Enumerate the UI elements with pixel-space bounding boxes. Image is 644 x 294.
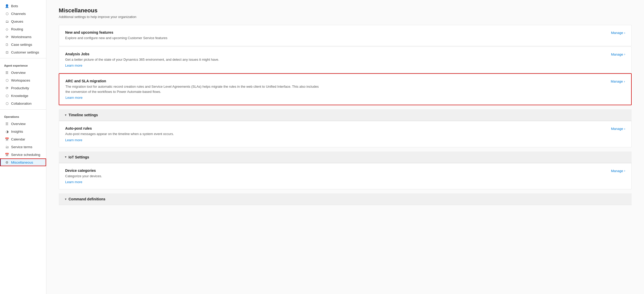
arc-sla-migration-card: ARC and SLA migration The migration tool… — [59, 73, 632, 105]
iot-settings-section: ▾ IoT Settings Device categories Categor… — [59, 152, 632, 190]
command-definitions-collapse-header[interactable]: ▾ Command definitions — [59, 193, 632, 205]
device-categories-desc: Categorize your devices. — [65, 174, 323, 179]
analysis-jobs-row: Analysis Jobs Get a better picture of th… — [59, 47, 631, 73]
command-definitions-chevron-icon: ▾ — [65, 198, 66, 201]
sidebar-item-miscellaneous[interactable]: ⚙ Miscellaneous — [0, 158, 46, 166]
agent-experience-header: Agent experience — [0, 60, 46, 69]
manage-chevron-icon: › — [624, 31, 625, 35]
miscellaneous-icon: ⚙ — [5, 160, 9, 164]
timeline-settings-chevron-icon: ▾ — [65, 113, 66, 117]
arc-sla-migration-title: ARC and SLA migration — [65, 79, 605, 83]
device-categories-row: Device categories Categorize your device… — [59, 163, 631, 189]
new-upcoming-features-row: New and upcoming features Explore and co… — [59, 25, 631, 46]
ops-overview-icon: ☰ — [5, 122, 9, 126]
auto-post-rules-manage-button[interactable]: Manage › — [611, 127, 625, 131]
page-title: Miscellaneous — [59, 7, 632, 14]
queues-icon: 🗂 — [5, 19, 9, 23]
auto-post-rules-desc: Auto-post messages appear on the timelin… — [65, 131, 323, 137]
channels-icon: ⬡ — [5, 12, 9, 16]
arc-sla-migration-desc: The migration tool for automatic record … — [65, 84, 323, 94]
sidebar-item-workspaces[interactable]: ⬡ Workspaces — [0, 76, 46, 84]
productivity-icon: ⟳ — [5, 86, 9, 90]
sidebar-item-insights[interactable]: ◑ Insights — [0, 128, 46, 135]
timeline-settings-collapse-header[interactable]: ▾ Timeline settings — [59, 109, 632, 121]
timeline-settings-content: Auto-post rules Auto-post messages appea… — [59, 121, 632, 147]
routing-icon: ◇ — [5, 27, 9, 31]
sidebar-item-channels[interactable]: ⬡ Channels — [0, 10, 46, 17]
analysis-jobs-desc: Get a better picture of the state of you… — [65, 57, 323, 62]
manage-chevron-icon-3: › — [624, 80, 625, 83]
sidebar-item-workstreams[interactable]: ⟳ Workstreams — [0, 33, 46, 41]
new-upcoming-features-content: New and upcoming features Explore and co… — [65, 30, 605, 41]
arc-sla-migration-manage-button[interactable]: Manage › — [611, 79, 625, 83]
analysis-jobs-manage-button[interactable]: Manage › — [611, 52, 625, 56]
customer-settings-icon: ⊡ — [5, 50, 9, 54]
workstreams-icon: ⟳ — [5, 35, 9, 39]
sidebar-item-agent-overview[interactable]: ☰ Overview — [0, 69, 46, 76]
iot-settings-chevron-icon: ▾ — [65, 155, 66, 159]
operations-header: Operations — [0, 112, 46, 120]
sidebar-item-queues[interactable]: 🗂 Queues — [0, 17, 46, 25]
auto-post-rules-learn-more[interactable]: Learn more — [65, 138, 82, 142]
analysis-jobs-content: Analysis Jobs Get a better picture of th… — [65, 52, 605, 68]
main-content: Miscellaneous Additional settings to hel… — [46, 0, 644, 294]
calendar-icon: 📅 — [5, 137, 9, 141]
manage-chevron-icon-4: › — [624, 127, 625, 131]
iot-settings-label: IoT Settings — [69, 155, 89, 159]
sidebar-item-case-settings[interactable]: 🗋 Case settings — [0, 41, 46, 48]
sidebar-item-bots[interactable]: 👤 Bots — [0, 2, 46, 10]
command-definitions-section: ▾ Command definitions — [59, 193, 632, 205]
collaboration-icon: ⬡ — [5, 101, 9, 105]
iot-settings-content: Device categories Categorize your device… — [59, 163, 632, 190]
sidebar-item-calendar[interactable]: 📅 Calendar — [0, 135, 46, 143]
sidebar: 👤 Bots ⬡ Channels 🗂 Queues ◇ Routing ⟳ W… — [0, 0, 46, 294]
sidebar-item-service-scheduling[interactable]: 📅 Service scheduling — [0, 151, 46, 158]
device-categories-learn-more[interactable]: Learn more — [65, 180, 82, 184]
bots-icon: 👤 — [5, 4, 9, 8]
device-categories-content: Device categories Categorize your device… — [65, 168, 605, 184]
knowledge-icon: ⬡ — [5, 94, 9, 98]
new-upcoming-features-title: New and upcoming features — [65, 30, 605, 34]
case-settings-icon: 🗋 — [5, 42, 9, 47]
insights-icon: ◑ — [5, 129, 9, 133]
auto-post-rules-content: Auto-post rules Auto-post messages appea… — [65, 126, 605, 142]
new-upcoming-features-desc: Explore and configure new and upcoming C… — [65, 35, 323, 41]
arc-sla-migration-learn-more[interactable]: Learn more — [65, 96, 82, 100]
new-upcoming-features-card: New and upcoming features Explore and co… — [59, 25, 632, 46]
sidebar-item-routing[interactable]: ◇ Routing — [0, 25, 46, 33]
analysis-jobs-learn-more[interactable]: Learn more — [65, 64, 82, 67]
page-subtitle: Additional settings to help improve your… — [59, 15, 632, 19]
timeline-settings-label: Timeline settings — [69, 113, 98, 117]
workspaces-icon: ⬡ — [5, 78, 9, 82]
device-categories-title: Device categories — [65, 168, 605, 173]
new-upcoming-features-manage-button[interactable]: Manage › — [611, 31, 625, 35]
sidebar-item-ops-overview[interactable]: ☰ Overview — [0, 120, 46, 128]
agent-overview-icon: ☰ — [5, 70, 9, 75]
sidebar-item-knowledge[interactable]: ⬡ Knowledge — [0, 92, 46, 100]
auto-post-rules-row: Auto-post rules Auto-post messages appea… — [59, 121, 631, 147]
analysis-jobs-card: Analysis Jobs Get a better picture of th… — [59, 47, 632, 73]
service-scheduling-icon: 📅 — [5, 153, 9, 157]
sidebar-item-service-terms[interactable]: 🗂 Service terms — [0, 143, 46, 151]
arc-sla-migration-row: ARC and SLA migration The migration tool… — [59, 74, 631, 105]
analysis-jobs-title: Analysis Jobs — [65, 52, 605, 56]
manage-chevron-icon-5: › — [624, 169, 625, 173]
manage-chevron-icon-2: › — [624, 52, 625, 56]
auto-post-rules-title: Auto-post rules — [65, 126, 605, 130]
timeline-settings-section: ▾ Timeline settings Auto-post rules Auto… — [59, 109, 632, 147]
service-terms-icon: 🗂 — [5, 145, 9, 149]
arc-sla-migration-content: ARC and SLA migration The migration tool… — [65, 79, 605, 100]
device-categories-manage-button[interactable]: Manage › — [611, 169, 625, 173]
command-definitions-label: Command definitions — [69, 197, 105, 201]
sidebar-item-customer-settings[interactable]: ⊡ Customer settings — [0, 48, 46, 56]
sidebar-item-collaboration[interactable]: ⬡ Collaboration — [0, 100, 46, 107]
sidebar-item-productivity[interactable]: ⟳ Productivity — [0, 84, 46, 92]
iot-settings-collapse-header[interactable]: ▾ IoT Settings — [59, 152, 632, 163]
